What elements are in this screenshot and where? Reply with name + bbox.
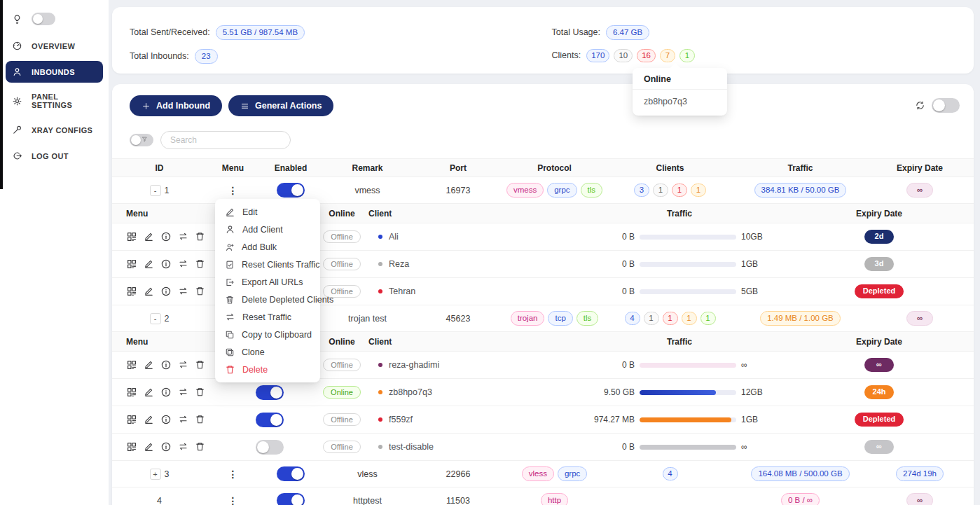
reset-traffic-icon[interactable] <box>178 258 188 270</box>
dark-mode-toggle[interactable] <box>32 13 55 25</box>
row-menu-button[interactable]: ⋮ <box>228 495 238 505</box>
auto-refresh-toggle[interactable] <box>932 98 960 113</box>
client-count-pill[interactable]: 1 <box>682 312 697 325</box>
refresh-icon[interactable] <box>915 100 925 111</box>
edit-icon[interactable] <box>144 414 154 425</box>
inbound-id: 1 <box>165 186 170 195</box>
edit-icon[interactable] <box>144 387 154 398</box>
client-count-pill[interactable]: 1 <box>672 184 687 197</box>
row-menu-button[interactable]: ⋮ <box>228 185 238 196</box>
context-menu-item-delete-depleted-clients[interactable]: Delete Depleted Clients <box>215 291 320 308</box>
client-count-pill[interactable]: 1 <box>679 49 695 62</box>
delete-icon[interactable] <box>195 286 205 297</box>
qrcode-icon[interactable] <box>126 286 137 297</box>
delete-icon[interactable] <box>195 231 205 242</box>
qrcode-icon[interactable] <box>126 387 137 398</box>
context-menu-item-delete[interactable]: Delete <box>215 361 320 378</box>
enabled-toggle[interactable] <box>277 466 305 481</box>
pencil-icon <box>225 207 235 217</box>
info-icon[interactable] <box>160 231 172 242</box>
qrcode-icon[interactable] <box>126 359 137 371</box>
client-column-header: Client <box>368 209 574 219</box>
menu-lines-icon <box>240 102 249 111</box>
info-icon[interactable] <box>160 258 172 270</box>
sidebar-item-xray-configs[interactable]: XRAY CONFIGS <box>6 119 103 141</box>
client-enabled-toggle[interactable] <box>256 385 284 400</box>
filter-toggle[interactable] <box>130 134 153 146</box>
qrcode-icon[interactable] <box>126 258 137 270</box>
client-count-pill[interactable]: 1 <box>663 312 678 325</box>
context-menu-item-reset-clients-traffic[interactable]: Reset Clients Traffic <box>215 256 320 273</box>
reset-traffic-icon[interactable] <box>178 286 188 297</box>
info-icon[interactable] <box>160 387 172 398</box>
edit-icon[interactable] <box>144 441 154 452</box>
client-enabled-toggle[interactable] <box>256 440 284 455</box>
reset-traffic-icon[interactable] <box>178 414 188 425</box>
inbound-menu-cell: ⋮ <box>207 185 259 196</box>
enabled-toggle[interactable] <box>277 183 305 198</box>
client-count-pill[interactable]: 170 <box>586 49 609 62</box>
qrcode-icon[interactable] <box>126 414 137 425</box>
table-header-row: IDMenuEnabledRemarkPortProtocolClientsTr… <box>112 158 974 177</box>
info-icon[interactable] <box>160 441 172 452</box>
client-count-pill[interactable]: 16 <box>637 49 656 62</box>
edit-icon[interactable] <box>144 359 154 371</box>
qrcode-icon[interactable] <box>126 231 137 242</box>
client-count-pill[interactable]: 3 <box>634 184 649 197</box>
client-color-dot <box>378 363 382 367</box>
client-column-header: Expiry Date <box>785 209 974 219</box>
qrcode-icon[interactable] <box>126 441 137 452</box>
client-count-pill[interactable]: 1 <box>691 184 706 197</box>
context-menu-item-reset-traffic[interactable]: Reset Traffic <box>215 308 320 326</box>
delete-icon[interactable] <box>195 359 205 371</box>
reset-traffic-icon[interactable] <box>178 231 188 242</box>
delete-icon[interactable] <box>195 441 205 452</box>
delete-icon[interactable] <box>195 387 205 398</box>
client-count-pill[interactable]: 4 <box>663 467 678 480</box>
reset-traffic-icon[interactable] <box>178 441 188 452</box>
context-menu-item-add-bulk[interactable]: Add Bulk <box>215 238 320 256</box>
client-count-pill[interactable]: 1 <box>644 312 659 325</box>
search-input[interactable] <box>160 131 291 149</box>
context-menu-item-add-client[interactable]: Add Client <box>215 221 320 238</box>
context-menu-item-clone[interactable]: Clone <box>215 343 320 361</box>
sidebar-item-panel-settings[interactable]: PANEL SETTINGS <box>6 87 103 115</box>
enabled-toggle[interactable] <box>277 493 305 505</box>
expand-button[interactable]: + <box>150 469 161 480</box>
delete-icon[interactable] <box>195 258 205 270</box>
context-menu-item-copy-to-clipboard[interactable]: Copy to Clipboard <box>215 326 320 343</box>
collapse-button[interactable]: - <box>150 185 161 196</box>
column-header: Enabled <box>259 163 322 173</box>
info-icon[interactable] <box>160 286 172 297</box>
info-icon[interactable] <box>160 414 172 425</box>
edit-icon[interactable] <box>144 258 154 270</box>
delete-icon[interactable] <box>195 414 205 425</box>
edit-icon[interactable] <box>144 286 154 297</box>
client-expiry-badge: Depleted <box>855 284 904 298</box>
sidebar-item-log-out[interactable]: LOG OUT <box>6 145 103 167</box>
logout-icon <box>12 151 22 161</box>
add-inbound-button[interactable]: Add Inbound <box>130 95 222 116</box>
client-count-pill[interactable]: 7 <box>660 49 675 62</box>
row-menu-button[interactable]: ⋮ <box>228 469 238 480</box>
info-icon[interactable] <box>160 359 172 371</box>
client-count-pill[interactable]: 1 <box>701 312 716 325</box>
edit-icon[interactable] <box>144 231 154 242</box>
inbound-id-cell: -2 <box>112 313 207 324</box>
context-menu-item-edit[interactable]: Edit <box>215 203 320 221</box>
client-count-pill[interactable]: 1 <box>653 184 668 197</box>
sidebar-item-inbounds[interactable]: INBOUNDS <box>6 61 103 83</box>
client-enabled-cell <box>224 413 315 427</box>
sidebar-item-overview[interactable]: OVERVIEW <box>6 35 103 57</box>
client-column-header: Traffic <box>574 209 785 219</box>
collapse-button[interactable]: - <box>150 313 161 324</box>
reset-traffic-icon[interactable] <box>178 359 188 371</box>
reset-traffic-icon[interactable] <box>178 387 188 398</box>
client-count-pill[interactable]: 4 <box>625 312 640 325</box>
client-name: test-disable <box>389 442 434 452</box>
client-enabled-toggle[interactable] <box>256 413 284 427</box>
client-count-pill[interactable]: 10 <box>614 49 633 62</box>
column-header: Port <box>413 163 504 173</box>
context-menu-item-export-all-urls[interactable]: Export All URLs <box>215 273 320 291</box>
general-actions-button[interactable]: General Actions <box>228 95 333 116</box>
